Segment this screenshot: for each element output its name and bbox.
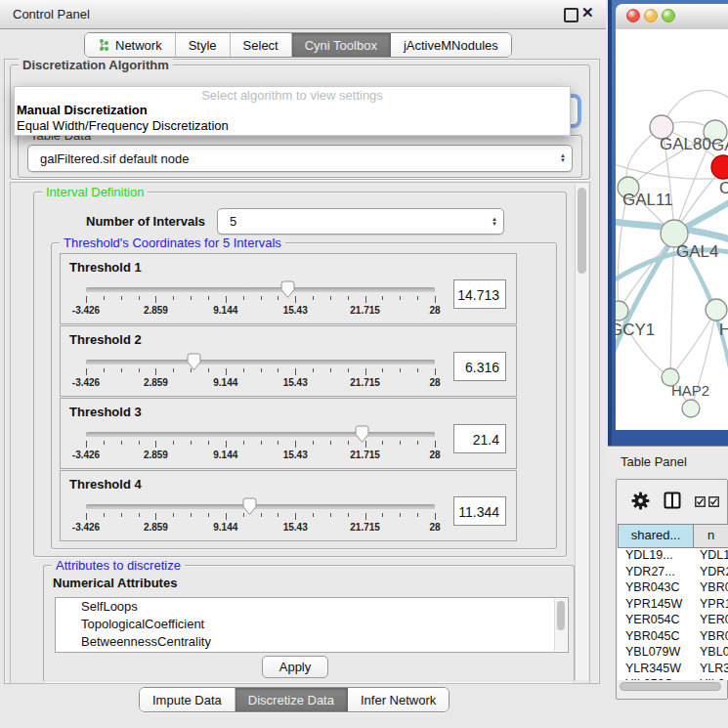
tick-mark: [208, 513, 209, 517]
table-panel-toolbar: [618, 481, 726, 524]
float-window-icon[interactable]: [564, 8, 578, 22]
tick-mark: [191, 296, 192, 300]
network-node[interactable]: [682, 400, 700, 417]
slider-thumb[interactable]: [242, 497, 257, 516]
network-node-label: GCY1: [616, 321, 655, 339]
threshold-panel-2: Threshold 2-3.4262.8599.14415.4321.71528…: [60, 325, 517, 397]
network-window-titlebar[interactable]: [616, 4, 728, 30]
cell-shared-name: YPR145W: [618, 597, 694, 614]
split-columns-icon[interactable]: [664, 492, 681, 513]
minimize-traffic-light-icon[interactable]: [644, 9, 658, 22]
tick-mark: [173, 513, 174, 517]
attribute-item-topologicalcoefficient[interactable]: TopologicalCoefficient: [56, 616, 568, 633]
table-row[interactable]: YBL079WYBL0: [618, 645, 728, 662]
table-row[interactable]: YDL19...YDL1: [618, 548, 728, 565]
algorithm-option-equal-width-frequency-discretization[interactable]: Equal Width/Frequency Discretization: [15, 118, 570, 134]
table-data-select[interactable]: galFiltered.sif default node ▲▼: [27, 145, 573, 172]
tick-mark: [313, 513, 314, 517]
tick-mark: [243, 368, 244, 372]
table-row[interactable]: YPR145WYPR1: [618, 597, 728, 614]
tick-mark: [226, 513, 227, 520]
numerical-attributes-list[interactable]: SelfLoopsTopologicalCoefficientBetweenne…: [55, 597, 569, 653]
network-node[interactable]: [711, 155, 728, 179]
tick-label: 21.715: [350, 450, 380, 460]
tick-mark: [261, 513, 262, 517]
discretization-algorithm-legend: Discretization Algorithm: [19, 58, 173, 72]
tick-mark: [417, 513, 418, 517]
network-canvas[interactable]: GAL80GACGAL11GAL4GCY1HHAP2: [616, 29, 728, 430]
slider-thumb[interactable]: [355, 425, 369, 444]
algorithm-popup-hint: Select algorithm to view settings: [15, 87, 570, 103]
tick-mark: [121, 296, 122, 300]
tab-jactivemnodules[interactable]: jActiveMNodules: [391, 33, 511, 57]
tab-style[interactable]: Style: [176, 33, 231, 57]
tick-label: -3.426: [72, 450, 100, 460]
zoom-traffic-light-icon[interactable]: [662, 9, 675, 22]
threshold-value-field[interactable]: 21.4: [453, 424, 506, 453]
tick-mark: [278, 513, 278, 517]
column-header-n[interactable]: n: [694, 525, 728, 547]
tick-mark: [208, 441, 209, 445]
attribute-item-selfloops[interactable]: SelfLoops: [56, 598, 568, 616]
slider-track[interactable]: [86, 504, 435, 509]
tick-mark: [400, 441, 401, 445]
tick-mark: [86, 441, 87, 448]
close-icon[interactable]: ✕: [581, 4, 594, 21]
checkbox-checked-icon[interactable]: [708, 493, 719, 511]
slider-thumb[interactable]: [187, 353, 201, 371]
tick-mark: [261, 368, 262, 372]
scrollbar-thumb[interactable]: [557, 601, 565, 630]
table-row[interactable]: YIL052CYIL0: [618, 677, 728, 680]
attribute-item-betweennesscentrality[interactable]: BetweennessCentrality: [56, 633, 568, 651]
tick-mark: [121, 441, 122, 445]
slider-track[interactable]: [86, 287, 435, 292]
number-of-intervals-select[interactable]: 5 ▲▼: [217, 208, 504, 235]
horizontal-scrollbar[interactable]: [620, 682, 724, 691]
column-header-shared-[interactable]: shared...: [618, 525, 694, 547]
table-row[interactable]: YBR043CYBR0: [618, 580, 728, 597]
tab-infer-network[interactable]: Infer Network: [348, 688, 449, 711]
tick-mark: [243, 441, 244, 445]
tick-label: -3.426: [72, 305, 100, 316]
tick-mark: [365, 513, 366, 520]
table-row[interactable]: YLR345WYLR3: [618, 662, 728, 678]
threshold-value-field[interactable]: 6.316: [453, 352, 506, 381]
table-row[interactable]: YER054CYER0: [618, 613, 728, 629]
algorithm-option-manual-discretization[interactable]: Manual Discretization: [15, 103, 570, 118]
apply-button[interactable]: Apply: [262, 656, 328, 678]
threshold-value-field[interactable]: 14.713: [453, 279, 506, 309]
tick-mark: [313, 441, 314, 445]
checkbox-checked-icon[interactable]: [695, 493, 706, 511]
gear-icon[interactable]: [631, 492, 650, 514]
table-panel-header: Table Panel: [608, 446, 728, 477]
slider-track[interactable]: [86, 360, 435, 364]
network-node[interactable]: [706, 299, 727, 321]
close-traffic-light-icon[interactable]: [626, 9, 640, 22]
tick-label: 9.144: [213, 377, 237, 388]
table-row[interactable]: YDR27...YDR2: [618, 565, 728, 581]
control-panel-title: Control Panel: [13, 7, 90, 21]
tick-mark: [365, 296, 366, 303]
number-of-intervals-value: 5: [218, 214, 486, 229]
list-scrollbar[interactable]: [554, 599, 567, 651]
tab-impute-data[interactable]: Impute Data: [140, 688, 236, 711]
vertical-scrollbar[interactable]: [575, 184, 588, 680]
tab-network[interactable]: Network: [85, 33, 176, 57]
table-row[interactable]: YBR045CYBR0: [618, 629, 728, 646]
threshold-panel-4: Threshold 4-3.4262.8599.14415.4321.71528…: [60, 470, 517, 541]
algorithm-popup-items: Manual DiscretizationEqual Width/Frequen…: [15, 103, 570, 134]
tick-label: 9.144: [213, 450, 237, 460]
tick-label: 2.859: [144, 305, 168, 316]
threshold-value-field[interactable]: 11.344: [453, 496, 506, 526]
scrollbar-thumb[interactable]: [578, 188, 586, 274]
tab-discretize-data[interactable]: Discretize Data: [236, 688, 348, 711]
slider-thumb[interactable]: [280, 280, 295, 299]
tick-mark: [155, 441, 156, 448]
node-table[interactable]: shared...n YDL19...YDL1YDR27...YDR2YBR04…: [618, 524, 728, 680]
tab-label: Infer Network: [361, 693, 436, 707]
tick-mark: [330, 296, 331, 300]
tab-cyni-toolbox[interactable]: Cyni Toolbox: [292, 33, 391, 57]
slider-track[interactable]: [86, 432, 435, 437]
scrollbar-thumb[interactable]: [620, 682, 721, 691]
tab-select[interactable]: Select: [231, 33, 292, 57]
